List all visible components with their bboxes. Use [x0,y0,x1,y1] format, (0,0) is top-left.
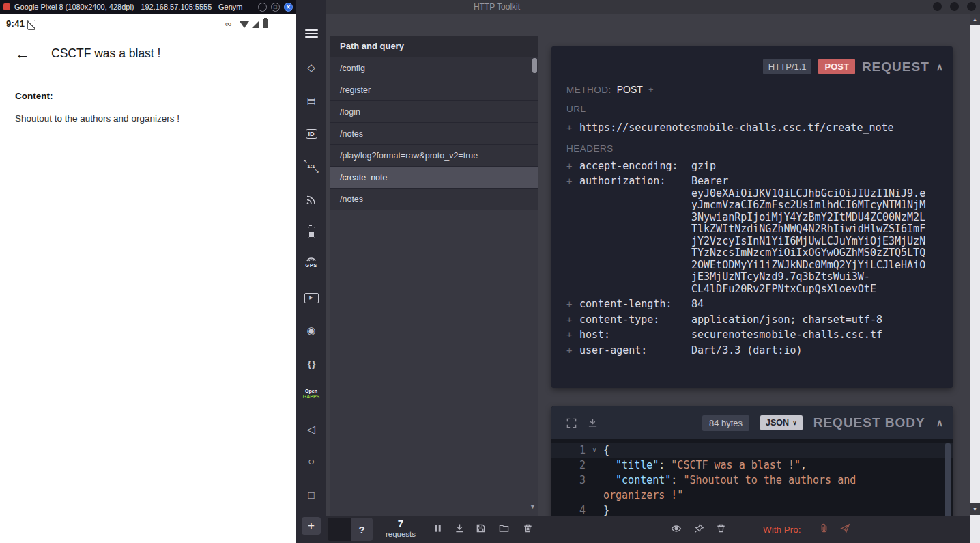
header-name: content-length: [579,298,691,311]
expand-url-icon[interactable]: + [566,122,579,135]
download-body-icon[interactable] [588,418,598,428]
url-section-label: URL [566,104,953,114]
stream-icon[interactable] [296,191,326,208]
help-button[interactable]: ? [351,518,373,541]
body-code-editor[interactable]: 1 ∨ { 2 "title": "CSCTF was a blast !", … [551,439,953,518]
header-value: Bearer eyJ0eXAiOiJKV1QiLCJhbGciOiJIUzI1N… [691,176,928,295]
with-pro-label: With Pro: [763,525,801,535]
request-row[interactable]: /register [330,79,538,101]
genymotion-toolbar: ◇ ▤ ID ↖1:1↘ GPS ▶ ◉ { } OpenGAPPS ◁ ○ □… [296,0,326,543]
mock-attach-icon[interactable] [819,523,829,533]
expand-header-icon[interactable]: + [566,314,579,326]
media-injection-icon[interactable]: ▶ [296,289,326,307]
more-tools-icon[interactable]: + [296,517,326,535]
requests-count-label: requests [381,529,420,539]
list-scrollbar-thumb[interactable] [532,58,537,73]
delete-request-icon[interactable] [716,523,726,533]
filter-input[interactable] [328,518,351,541]
header-row: + content-type: application/json; charse… [566,314,953,326]
pin-request-icon[interactable] [694,523,704,533]
scroll-up-icon[interactable]: ▲ [970,14,980,25]
toolkit-close-button[interactable] [967,2,976,11]
android-home-icon[interactable]: ○ [296,453,326,471]
line-number: 1 [551,443,586,458]
list-scroll-down-icon[interactable]: ▼ [530,503,536,510]
pixel-perfect-icon[interactable]: ↖1:1↘ [296,157,326,175]
request-row[interactable]: /notes [330,123,538,145]
hide-request-icon[interactable] [671,523,682,534]
headers-section-label: HEADERS [566,143,953,154]
request-row[interactable]: /notes [330,189,538,210]
line-number: 2 [551,458,586,473]
header-name: user-agent: [579,345,691,357]
expand-header-icon[interactable]: + [566,161,579,173]
desktop: Google Pixel 8 (1080x2400, 428dpi) - 192… [0,0,980,543]
open-gapps-icon[interactable]: OpenGAPPS [296,385,326,403]
battery-tool-icon[interactable] [296,223,326,241]
fingerprint-icon[interactable]: ◉ [296,322,326,339]
header-value: securenotesmobile-challs.csc.tf [691,329,928,342]
edit-method-icon[interactable]: + [648,85,654,95]
request-body-panel-title: REQUEST BODY [813,415,925,430]
android-back-icon[interactable]: ◁ [296,420,326,438]
gps-tool-icon[interactable]: GPS [296,253,326,271]
method-row: METHOD: POST + [566,84,953,95]
resend-request-icon[interactable] [840,523,850,533]
requests-count: 7 [381,518,420,529]
expand-header-icon[interactable]: + [566,298,579,311]
scroll-down-icon[interactable]: ▼ [970,503,980,515]
expand-header-icon[interactable]: + [566,176,579,295]
maximize-button[interactable]: □ [271,3,280,12]
request-card-header: HTTP/1.1 POST REQUEST ∧ [551,59,943,74]
request-body-header: 84 bytes JSON ∨ REQUEST BODY ∧ [551,406,953,439]
header-name: accept-encoding: [579,161,691,173]
chevron-down-icon: ∨ [792,419,797,426]
pause-capture-icon[interactable] [433,523,443,533]
toolkit-window-title: HTTP Toolkit [474,2,520,12]
header-row: + host: securenotesmobile-challs.csc.tf [566,329,953,342]
note-content-label: Content: [15,91,53,101]
genymotion-titlebar: Google Pixel 8 (1080x2400, 428dpi) - 192… [0,0,296,14]
hamburger-icon [305,27,318,40]
request-panel-title: REQUEST [862,59,929,74]
rotate-device-icon[interactable]: ◇ [296,59,326,76]
collapse-body-icon[interactable]: ∧ [936,417,943,428]
scroll-to-bottom-icon[interactable] [455,523,465,533]
request-row[interactable]: /config [330,57,538,79]
request-row[interactable]: /play/log?format=raw&proto_v2=true [330,145,538,167]
expand-header-icon[interactable]: + [566,345,579,357]
android-recents-icon[interactable]: □ [296,486,326,503]
minimize-button[interactable]: – [258,3,267,12]
cell-signal-icon [252,20,259,28]
body-size-badge: 84 bytes [702,415,749,431]
toolkit-minimize-button[interactable] [933,2,942,11]
menu-icon[interactable] [296,25,326,42]
toolkit-maximize-button[interactable] [950,2,959,11]
expand-body-icon[interactable] [566,418,577,428]
header-row: + content-length: 84 [566,298,953,311]
device-id-icon[interactable]: ID [296,125,326,143]
android-status-bar: 9:41 ∞ [0,14,296,34]
expand-header-icon[interactable]: + [566,329,579,342]
fold-toggle-icon[interactable]: ∨ [586,443,603,458]
header-row: + accept-encoding: gzip [566,161,953,173]
dev-tools-icon[interactable]: { } [296,354,326,372]
screenshot-icon[interactable]: ▤ [296,92,326,109]
save-icon[interactable] [476,523,486,533]
body-format-select[interactable]: JSON ∨ [760,415,803,430]
close-button[interactable]: ✕ [284,3,293,12]
url-value: https://securenotesmobile-challs.csc.tf/… [579,122,894,135]
clear-all-icon[interactable] [523,523,533,533]
status-time: 9:41 [6,18,25,29]
wifi-icon [240,21,249,28]
open-folder-icon[interactable] [499,523,509,533]
collapse-request-icon[interactable]: ∧ [936,61,943,72]
request-row[interactable]: /login [330,101,538,123]
back-arrow-button[interactable]: ← [15,45,30,63]
toolkit-footer-bar: ? 7 requests [326,516,970,543]
method-value: POST [617,84,643,95]
request-row-selected[interactable]: /create_note [330,167,538,189]
http-toolkit-window: HTTP Toolkit Path and query /config /reg… [326,0,980,543]
window-scrollbar[interactable]: ▲ ▼ [970,14,980,543]
note-content-text: Shoutout to the authors and organizers ! [15,113,179,124]
